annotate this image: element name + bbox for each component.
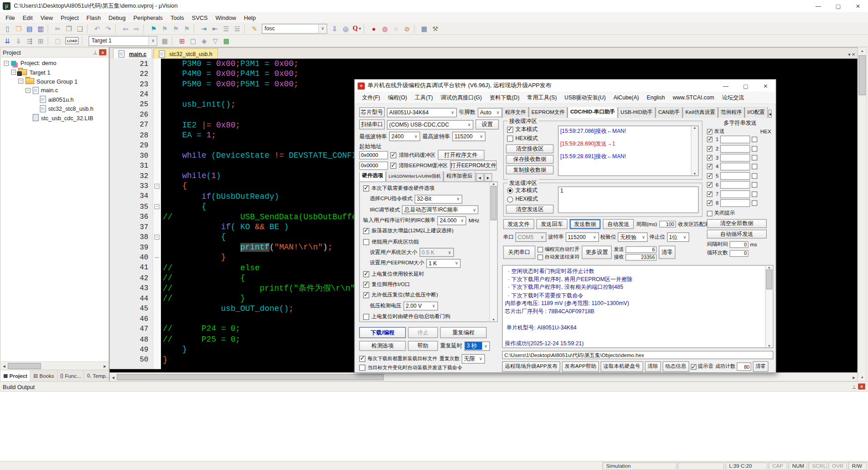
build-icon[interactable]: ⇓ [13,36,24,46]
redo-icon[interactable]: ↷ [103,24,113,33]
menu-window[interactable]: Window [212,13,240,22]
quick-find-icon[interactable]: Q▾ [353,24,361,33]
tree-expander-icon[interactable]: − [4,61,9,66]
scroll-thumb[interactable] [8,363,41,369]
option-checkbox-item[interactable] [363,314,369,320]
panel-tab-project[interactable]: ▦Project [0,370,30,381]
help-button[interactable]: 帮助 [408,341,438,351]
scroll-down-icon[interactable]: ▼ [490,318,497,321]
scroll-thumb[interactable] [766,269,772,289]
recv-hex-mode-checkbox[interactable] [507,135,513,141]
find-edit-icon[interactable]: ✎ [249,24,259,33]
repeat-delay-select[interactable]: 3 秒∨ [464,341,490,351]
multi-text-input-8[interactable] [720,199,750,207]
repeat-count-select[interactable]: 无限∨ [462,354,485,364]
close-tip-checkbox[interactable] [707,211,712,216]
option-select-irc[interactable]: 总是动态调节IRC频率∨ [402,206,478,215]
scroll-thumb[interactable] [117,374,383,380]
tree-item-main-c[interactable]: −main.c [0,86,108,95]
multi-hex-checkbox-3[interactable] [752,155,757,160]
nav-forward-icon[interactable]: ⇨ [131,24,142,33]
save-icon[interactable]: ▤ [24,24,35,33]
scroll-right-icon[interactable]: ▶ [850,375,858,379]
option-checkbox-12m[interactable] [363,228,369,234]
manage-rte-icon[interactable]: ◈ [199,36,209,46]
scroll-thumb[interactable] [491,186,496,220]
recv-text-mode-checkbox[interactable] [507,127,513,132]
multi-send-checkbox-6[interactable] [707,182,712,188]
translate-icon[interactable]: ⇊ [2,36,13,46]
detect-options-button[interactable]: 检测选项 [359,341,406,351]
multi-send-checkbox-1[interactable] [707,137,712,142]
batch-build-icon[interactable]: ⊞ [35,36,46,46]
clear-receive-button[interactable]: 清空接收区 [506,145,553,154]
open-file-icon[interactable]: ❒ [13,24,24,33]
multi-text-input-4[interactable] [720,163,750,170]
fold-collapse-icon[interactable]: − [155,204,160,209]
tab-scroll-left-icon[interactable]: ◀ [768,109,772,118]
clear-success-button[interactable]: 清零 [753,362,768,372]
tab-can[interactable]: CAN助手 [656,108,683,118]
pin-icon[interactable]: ⊥ [91,50,99,55]
menu-project[interactable]: Project [57,13,83,22]
multi-hex-checkbox-2[interactable] [752,146,757,151]
scroll-down-icon[interactable]: ▼ [691,172,698,175]
item-button[interactable]: 读取本机硬盘号 [601,362,643,372]
tab-usb-hid[interactable]: USB-HID助手 [618,108,655,118]
dialog-menu-o[interactable]: 编程(O) [384,94,411,102]
option-select-irc[interactable]: 24.000∨ [438,216,467,225]
tab-i-o[interactable]: I/O配置 [745,108,768,118]
multi-send-all-checkbox[interactable] [707,129,712,134]
tree-expander-icon[interactable]: − [11,70,16,75]
hex-path-field[interactable]: C:\Users\1\Desktop\AI8051u\代码\第五集\Object… [502,351,774,359]
tree-item-stc-usb-cdc-32-lib[interactable]: stc_usb_cdc_32.LIB [0,113,108,122]
dialog-menu-f[interactable]: 文件(F) [358,94,384,102]
max-baud-select[interactable]: 115200∨ [452,132,485,141]
comment-icon[interactable]: ☰ [221,24,231,33]
copy-icon[interactable]: ❐ [64,24,74,33]
tree-item-target-1[interactable]: −Target 1 [0,68,108,77]
dialog-menu-s[interactable]: 常用工具(S) [524,94,561,102]
parity-select[interactable]: 无校验∨ [618,232,648,242]
multi-hex-checkbox-4[interactable] [752,164,757,169]
download-load-icon[interactable]: LOAD [65,37,79,44]
multi-send-checkbox-5[interactable] [707,173,712,179]
editor-tab-main-c[interactable]: main.c [113,48,152,59]
code-address-input[interactable]: 0x0000 [359,151,388,159]
menu-edit[interactable]: Edit [19,13,37,22]
dialog-menu-english[interactable]: English [643,94,669,100]
autoload-checkbox[interactable] [359,365,365,371]
open-eeprom-button[interactable]: 打开EEPROM文件 [450,160,497,170]
menu-peripherals[interactable]: Peripherals [129,13,166,22]
download-button[interactable]: 下载/编程 [359,327,406,338]
tree-expander-icon[interactable]: − [18,79,23,84]
menu-help[interactable]: Help [240,13,260,22]
clear-all-strings-button[interactable]: 清空全部数据 [707,219,767,228]
auto-end-checkbox[interactable] [538,254,543,260]
log-vscrollbar[interactable]: ▲ ▼ [691,126,698,175]
panel-tab-books[interactable]: ▤Books [31,370,57,381]
search-combo[interactable]: fosc∨ [262,24,327,33]
pins-select[interactable]: Auto∨ [478,108,502,117]
breakpoint-toggle-icon[interactable]: ● [368,24,379,33]
tab-scroll-right-icon[interactable]: ▶ [484,173,492,181]
scroll-up-icon[interactable]: ▲ [858,47,866,55]
breakpoint-enable-all-icon[interactable]: ⊘ [402,24,412,33]
breakpoint-disable-icon[interactable]: ◍ [380,24,390,33]
multi-text-input-2[interactable] [720,145,750,152]
tree-expander-icon[interactable]: − [25,88,30,93]
close-port-button[interactable]: 关闭串口 [503,246,535,259]
scan-port-button[interactable]: 扫描串口 [359,119,385,129]
multi-hex-checkbox-6[interactable] [752,182,757,188]
auto-loop-send-button[interactable]: 自动循环发送 [707,230,767,239]
menu-svcs[interactable]: SVCS [188,13,212,22]
target-select[interactable]: Target 1∨ [89,36,157,46]
dialog-menu-t[interactable]: 工具(T) [411,94,437,102]
bookmark-next-icon[interactable]: ⚑ [170,24,181,33]
copy-receive-button[interactable]: 复制接收数据 [506,165,553,174]
build-output-content[interactable] [0,392,868,461]
repeat-program-button[interactable]: 重复编程 [440,327,486,338]
menu-view[interactable]: View [37,13,57,22]
auto-open-checkbox[interactable] [538,247,543,252]
interval-input[interactable]: 0 [730,241,749,248]
